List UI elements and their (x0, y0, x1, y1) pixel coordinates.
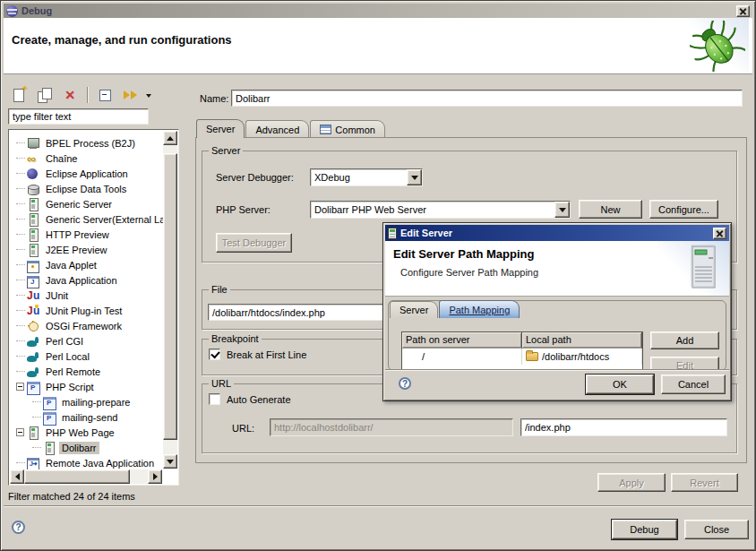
footer-separator (4, 505, 752, 507)
tree-horizontal-scrollbar[interactable] (10, 469, 162, 484)
collapse-expander-icon[interactable] (16, 383, 24, 391)
column-header-path-on-server[interactable]: Path on server (402, 332, 522, 349)
edit-server-close-button[interactable] (713, 228, 726, 239)
php-web-icon (42, 442, 56, 454)
tree-item-eclipse-data-tools[interactable]: Eclipse Data Tools (9, 181, 163, 196)
test-debugger-button[interactable]: Test Debugger (216, 233, 292, 253)
config-tabs: ServerAdvancedCommon (196, 119, 386, 138)
tree-item-perl-cgi[interactable]: Perl CGI (9, 333, 163, 349)
column-header-local-path[interactable]: Local path (522, 332, 642, 349)
tree-item-junit-plug-in-test[interactable]: JUnit Plug-in Test (9, 303, 163, 318)
ok-button[interactable]: OK (586, 375, 654, 394)
tree-item-mailing-send[interactable]: mailing-send (9, 409, 163, 425)
filter-status-text: Filter matched 24 of 24 items (8, 491, 135, 502)
edit-server-tab-server[interactable]: Server (390, 301, 438, 318)
config-tab-advanced[interactable]: Advanced (245, 120, 309, 138)
edit-server-tab-path-mapping[interactable]: Path Mapping (439, 300, 520, 318)
help-icon[interactable]: ? (12, 521, 25, 534)
server-debugger-label: Server Debugger: (216, 172, 294, 183)
edit-server-subheading: Configure Server Path Mapping (400, 267, 538, 278)
edit-server-titlebar[interactable]: Edit Server (385, 225, 729, 241)
close-button[interactable]: Close (684, 520, 749, 539)
scroll-down-button[interactable] (163, 454, 177, 469)
java-application-icon (26, 274, 40, 287)
scroll-left-button[interactable] (10, 469, 24, 484)
tree-item-perl-remote[interactable]: Perl Remote (9, 364, 163, 379)
delete-configuration-icon[interactable] (60, 86, 80, 104)
config-tab-server[interactable]: Server (196, 119, 245, 138)
path-mapping-table[interactable]: Path on serverLocal path//dolibarr/htdoc… (401, 331, 643, 371)
scroll-right-button[interactable] (148, 469, 162, 484)
configure-server-button[interactable]: Configure... (649, 200, 718, 219)
break-at-first-line-checkbox[interactable] (209, 349, 220, 360)
collapse-all-icon[interactable] (96, 86, 116, 104)
auto-generate-label[interactable]: Auto Generate (227, 394, 291, 405)
server-debugger-dropdown-arrow[interactable] (407, 169, 422, 185)
tree-item-remote-java-application[interactable]: Remote Java Application (9, 455, 163, 469)
php-server-select[interactable]: Dolibarr PHP Web Server (310, 201, 571, 219)
tab-label: Advanced (255, 125, 299, 135)
tree-item-osgi-framework[interactable]: OSGi Framework (9, 318, 163, 333)
tree-item-eclipse-application[interactable]: Eclipse Application (9, 166, 163, 181)
php-server-dropdown-arrow[interactable] (554, 202, 570, 218)
apply-button[interactable]: Apply (597, 473, 666, 492)
tree-vertical-scrollbar[interactable] (163, 131, 177, 469)
tree-item-java-application[interactable]: Java Application (9, 272, 163, 288)
tree-item-cha-ne[interactable]: Chaîne (9, 151, 163, 166)
filter-configurations-icon[interactable] (121, 86, 141, 104)
window-close-button[interactable] (736, 5, 750, 17)
tree-connector (16, 340, 25, 341)
database-icon (26, 183, 40, 195)
duplicate-configuration-icon[interactable] (35, 86, 55, 104)
dialog-help-icon[interactable]: ? (399, 377, 411, 390)
tree-item-dolibarr[interactable]: Dolibarr (9, 440, 163, 455)
name-input[interactable] (231, 90, 743, 107)
vertical-scroll-thumb[interactable] (163, 153, 177, 440)
window-titlebar[interactable]: Debug (4, 4, 752, 18)
auto-generate-checkbox[interactable] (209, 393, 220, 405)
tree-item-label: Perl Local (43, 350, 92, 363)
tree-item-java-applet[interactable]: Java Applet (9, 257, 163, 272)
scroll-up-button[interactable] (163, 131, 177, 145)
url-path-input[interactable] (520, 418, 727, 436)
revert-button[interactable]: Revert (671, 473, 738, 492)
debug-button[interactable]: Debug (612, 520, 677, 539)
tree-item-bpel-process-b2j-[interactable]: BPEL Process (B2J) (9, 135, 163, 151)
tree-item-label: Generic Server (43, 198, 115, 211)
horizontal-scroll-thumb[interactable] (24, 469, 130, 484)
path-mapping-row[interactable]: //dolibarr/htdocs (402, 349, 642, 365)
new-server-button[interactable]: New (579, 200, 642, 219)
cancel-button[interactable]: Cancel (661, 375, 726, 394)
collapse-expander-icon[interactable] (16, 428, 24, 436)
tree-connector (16, 142, 25, 143)
add-mapping-button[interactable]: Add (650, 331, 719, 349)
url-group-title: URL (209, 378, 234, 389)
config-tab-common[interactable]: Common (310, 120, 385, 138)
tree-item-generic-server[interactable]: Generic Server (9, 196, 163, 211)
new-configuration-icon[interactable] (10, 86, 30, 104)
tree-item-perl-local[interactable]: Perl Local (9, 349, 163, 364)
config-tree: BPEL Process (B2J)ChaîneEclipse Applicat… (9, 132, 163, 469)
local-path-cell: /dolibarr/htdocs (522, 349, 642, 365)
tree-item-generic-server-external-la[interactable]: Generic Server(External La (9, 211, 163, 227)
chain-icon (26, 152, 40, 165)
file-group-title: File (209, 284, 230, 295)
break-at-first-line-label[interactable]: Break at First Line (227, 349, 306, 360)
php-icon (26, 381, 40, 393)
edit-server-title: Edit Server (400, 228, 452, 238)
tree-item-http-preview[interactable]: HTTP Preview (9, 227, 163, 242)
tree-connector (16, 325, 25, 326)
server-debugger-select[interactable]: XDebug (310, 168, 423, 186)
tree-item-junit[interactable]: JUnit (9, 288, 163, 303)
tree-item-php-script[interactable]: PHP Script (9, 379, 163, 394)
php-icon (42, 411, 56, 424)
filter-input[interactable] (8, 108, 149, 125)
osgi-icon (26, 320, 40, 332)
tree-item-mailing-prepare[interactable]: mailing-prepare (9, 394, 163, 409)
folder-icon (526, 352, 538, 361)
tree-item-j2ee-preview[interactable]: J2EE Preview (9, 242, 163, 257)
tree-item-label: Perl CGI (43, 335, 86, 348)
filter-menu-caret-icon[interactable] (146, 94, 151, 100)
tree-connector (16, 264, 25, 265)
tree-item-php-web-page[interactable]: PHP Web Page (9, 425, 163, 440)
